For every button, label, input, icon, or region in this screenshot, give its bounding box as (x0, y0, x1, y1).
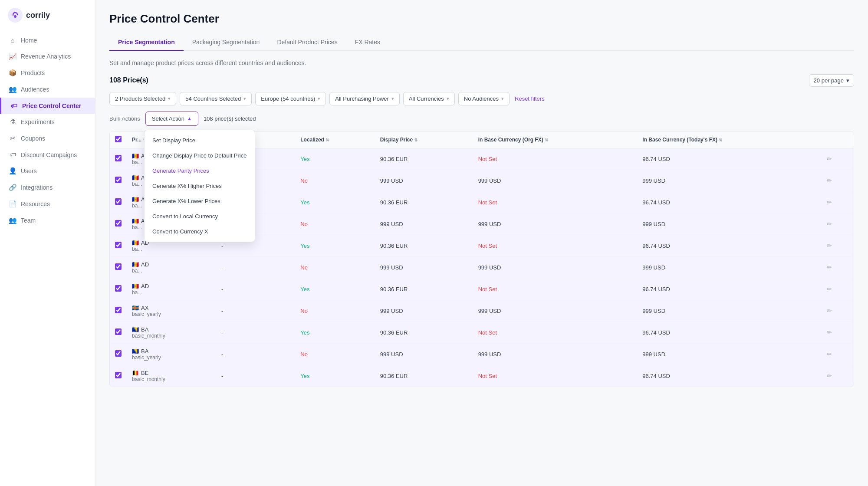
edit-icon[interactable]: ✏ (827, 220, 832, 227)
tab-price-segmentation[interactable]: Price Segmentation (109, 34, 184, 51)
sidebar-item-revenue-analytics[interactable]: 📈Revenue Analytics (0, 48, 95, 65)
row-checkbox[interactable] (115, 350, 122, 357)
row-checkbox-cell (110, 322, 127, 343)
select-action-button[interactable]: Select Action ▲ (145, 112, 198, 126)
row-checkbox[interactable] (115, 220, 122, 227)
tab-fx-rates[interactable]: FX Rates (346, 34, 389, 51)
country-code: BA (141, 348, 148, 355)
bulk-label: Bulk Actions (109, 115, 140, 122)
sidebar-item-discount-campaigns[interactable]: 🏷Discount Campaigns (0, 147, 95, 163)
dropdown-item-convert-currency-x[interactable]: Convert to Currency X (145, 224, 255, 239)
edit-icon[interactable]: ✏ (827, 177, 832, 184)
dropdown-item-generate-x-higher[interactable]: Generate X% Higher Prices (145, 178, 255, 194)
edit-cell: ✏ (822, 322, 854, 343)
dropdown-item-change-display-price[interactable]: Change Display Price to Default Price (145, 148, 255, 163)
dropdown-item-set-display-price[interactable]: Set Display Price (145, 133, 255, 148)
sidebar-item-home[interactable]: ⌂Home (0, 32, 95, 48)
filter-audiences[interactable]: No Audiences▾ (458, 92, 510, 105)
country-flag: 🇦🇩 (132, 196, 139, 203)
sidebar-item-label: Discount Campaigns (21, 151, 77, 158)
display-price-cell: 90.36 EUR (375, 322, 473, 343)
main-content: Price Control Center Price SegmentationP… (95, 0, 868, 486)
edit-cell: ✏ (822, 170, 854, 191)
dropdown-item-generate-parity-prices[interactable]: Generate Parity Prices (145, 163, 255, 178)
country-code: AD (141, 261, 149, 268)
localized-cell: Yes (295, 322, 375, 343)
sidebar-item-products[interactable]: 📦Products (0, 65, 95, 81)
sidebar-item-users[interactable]: 👤Users (0, 163, 95, 179)
sidebar-item-integrations[interactable]: 🔗Integrations (0, 179, 95, 196)
dropdown-item-generate-x-lower[interactable]: Generate X% Lower Prices (145, 194, 255, 209)
country-code: AX (141, 305, 148, 311)
col-header-base-currency-today[interactable]: In Base Currency (Today's FX)⇅ (637, 131, 822, 148)
tab-default-product-prices[interactable]: Default Product Prices (268, 34, 346, 51)
row-checkbox[interactable] (115, 307, 122, 313)
base-today-cell: 96.74 USD (637, 322, 822, 343)
dropdown-item-convert-local-currency[interactable]: Convert to Local Currency (145, 209, 255, 224)
product-cell: 🇧🇦BAbasic_monthly (127, 322, 216, 343)
row-checkbox[interactable] (115, 372, 122, 378)
localized-cell: No (295, 256, 375, 278)
country-flag: 🇦🇽 (132, 305, 139, 311)
flag-cell: 🇦🇩AD (132, 261, 211, 268)
tab-packaging-segmentation[interactable]: Packaging Segmentation (184, 34, 269, 51)
row-checkbox[interactable] (115, 177, 122, 183)
display-price-cell: 999 USD (375, 300, 473, 322)
reset-filters-link[interactable]: Reset filters (515, 95, 545, 102)
edit-icon[interactable]: ✏ (827, 264, 832, 271)
table-row: 🇧🇦BAbasic_yearly-No999 USD999 USD999 USD… (110, 343, 854, 365)
audience-cell: - (216, 300, 295, 322)
edit-icon[interactable]: ✏ (827, 372, 832, 379)
sidebar-item-price-control-center[interactable]: 🏷Price Control Center (0, 98, 95, 114)
filter-purchasing-power[interactable]: All Purchasing Power▾ (329, 92, 400, 105)
base-today-cell: 999 USD (637, 213, 822, 235)
filter-currencies[interactable]: All Currencies▾ (403, 92, 455, 105)
row-checkbox[interactable] (115, 242, 122, 248)
sort-icon: ⇅ (414, 138, 418, 142)
edit-icon[interactable]: ✏ (827, 329, 832, 336)
filter-countries[interactable]: 54 Countries Selected▾ (180, 92, 252, 105)
filter-products[interactable]: 2 Products Selected▾ (109, 92, 176, 105)
sidebar-item-audiences[interactable]: 👥Audiences (0, 81, 95, 98)
edit-icon[interactable]: ✏ (827, 351, 832, 358)
audience-cell: - (216, 365, 295, 387)
base-org-cell: Not Set (473, 191, 638, 213)
row-checkbox[interactable] (115, 285, 122, 292)
row-checkbox[interactable] (115, 263, 122, 270)
per-page-select[interactable]: 20 per page ▾ (809, 74, 854, 87)
subtitle: Set and manage product prices across dif… (109, 59, 854, 66)
edit-cell: ✏ (822, 256, 854, 278)
logo: corrily (0, 0, 95, 30)
col-header-display-price[interactable]: Display Price⇅ (375, 131, 473, 148)
sidebar-item-coupons[interactable]: ✂Coupons (0, 130, 95, 147)
filter-label: All Purchasing Power (335, 95, 389, 102)
edit-cell: ✏ (822, 343, 854, 365)
sidebar-item-experiments[interactable]: ⚗Experiments (0, 114, 95, 130)
row-checkbox-cell (110, 343, 127, 365)
chevron-up-icon: ▲ (187, 116, 192, 121)
select-all-checkbox[interactable] (115, 136, 122, 142)
edit-icon[interactable]: ✏ (827, 286, 832, 292)
bulk-row: Bulk Actions Select Action ▲ 108 price(s… (109, 112, 854, 126)
row-checkbox[interactable] (115, 198, 122, 205)
flag-cell: 🇧🇦BA (132, 348, 211, 355)
row-checkbox-cell (110, 256, 127, 278)
filter-region[interactable]: Europe (54 countries)▾ (255, 92, 326, 105)
sidebar-item-label: Resources (21, 200, 50, 207)
col-header-localized[interactable]: Localized⇅ (295, 131, 375, 148)
display-price-cell: 90.36 EUR (375, 365, 473, 387)
sidebar-item-resources[interactable]: 📄Resources (0, 196, 95, 212)
edit-icon[interactable]: ✏ (827, 155, 832, 162)
table-row: 🇧🇦BAbasic_monthly-Yes90.36 EURNot Set96.… (110, 322, 854, 343)
edit-icon[interactable]: ✏ (827, 242, 832, 249)
audience-cell: - (216, 278, 295, 300)
edit-icon[interactable]: ✏ (827, 199, 832, 206)
localized-cell: Yes (295, 235, 375, 256)
sidebar-item-team[interactable]: 👥Team (0, 212, 95, 229)
row-checkbox-cell (110, 235, 127, 256)
row-checkbox[interactable] (115, 328, 122, 335)
edit-icon[interactable]: ✏ (827, 307, 832, 314)
localized-cell: Yes (295, 191, 375, 213)
row-checkbox[interactable] (115, 155, 122, 161)
col-header-base-currency-org[interactable]: In Base Currency (Org FX)⇅ (473, 131, 638, 148)
